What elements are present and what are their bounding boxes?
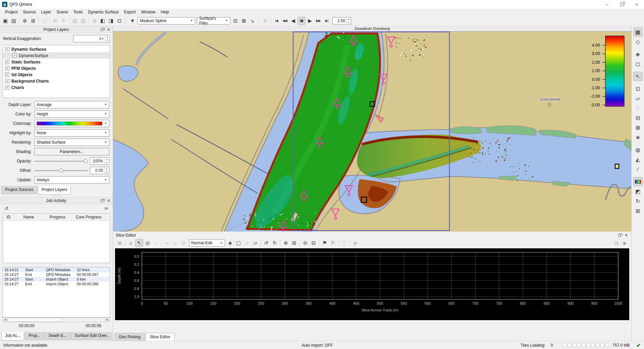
scroll-left-icon[interactable]: ◀ — [3, 318, 8, 322]
add-raw-sonar-files-icon[interactable]: ⊕ — [21, 17, 29, 25]
menu-item-window[interactable]: Window — [139, 9, 158, 15]
opacity-slider[interactable] — [34, 159, 88, 163]
job-table-body[interactable] — [3, 220, 110, 263]
cube-axes-icon[interactable]: ⊞ — [633, 206, 643, 215]
tab-prop[interactable]: Prop... — [25, 332, 44, 340]
ruler-icon[interactable]: ∕ — [633, 165, 643, 174]
menu-item-export[interactable]: Export — [122, 9, 138, 15]
select-cursor-icon[interactable]: ↖ — [135, 239, 143, 247]
menu-item-layer[interactable]: Layer — [39, 9, 53, 15]
close-panel-button[interactable]: ✕ — [106, 198, 112, 203]
refresh-jobs-icon[interactable]: ↺ — [3, 205, 10, 212]
scrollbar-thumb[interactable] — [8, 318, 61, 322]
offset-spinner[interactable]: 0.00▲▼ — [90, 167, 109, 174]
drag-handle[interactable] — [258, 18, 260, 24]
log-entry[interactable]: 15:14:27StartImport Object0 line — [3, 277, 110, 282]
filter-expand-icon[interactable]: ↘ — [248, 17, 256, 25]
fast-forward-button[interactable]: ▶▶ — [314, 17, 322, 25]
layer-checkbox[interactable]: ✓ — [12, 53, 17, 58]
select-cursor-icon[interactable]: ↖ — [633, 72, 643, 81]
flag-forward-icon[interactable]: ⚑ — [321, 239, 329, 247]
edit-mode-select[interactable]: Normal Edit ▼ — [189, 239, 225, 247]
vertical-exaggeration-spinner[interactable]: 1× ▲▼ — [73, 35, 110, 42]
sounding-beam-icon[interactable]: ◍ — [90, 17, 98, 25]
scroll-right-icon[interactable]: ▶ — [105, 318, 110, 322]
filter-rectangle-icon[interactable]: ⊟ — [231, 17, 239, 25]
step-back-button[interactable]: ◀ — [289, 17, 297, 25]
log-splitter[interactable]: •••••• — [0, 264, 113, 266]
processing-settings-icon[interactable]: ⚙ — [51, 17, 59, 25]
home-view-icon[interactable]: ⌂ — [127, 239, 135, 247]
layer-tree-item[interactable]: ✓PFM Objects — [3, 65, 110, 71]
menu-item-project[interactable]: Project — [3, 9, 20, 15]
export-slice-icon[interactable]: ▤ — [612, 239, 620, 247]
log-entry[interactable]: 15:14:27EndQPD Metadata00:00:05.587 — [3, 272, 110, 277]
tab-project-sources[interactable]: Project Sources — [1, 186, 37, 194]
update-select[interactable]: Always▼ — [34, 176, 109, 184]
select-lasso-icon[interactable]: ◌ — [243, 239, 251, 247]
create-project-icon[interactable]: ▣ — [1, 17, 9, 25]
surface-files-select[interactable]: Surface's Files ▼ — [197, 17, 230, 24]
spline-filter-select[interactable]: Medium Spline ▼ — [138, 17, 195, 24]
offset-slider[interactable] — [34, 168, 88, 173]
job-menu-icon[interactable]: ≡▾ — [103, 205, 110, 212]
lock-surface-icon[interactable]: ▨ — [79, 17, 87, 25]
highlight-by-select[interactable]: None▼ — [34, 129, 109, 137]
layer-tree-item[interactable]: ✓Background Charts — [3, 78, 110, 84]
redo-icon[interactable]: ↻ — [271, 239, 279, 247]
save-icon[interactable]: ▣ — [116, 239, 124, 247]
spline-filter-icon[interactable]: ▼ — [128, 17, 137, 25]
pause-button[interactable]: ▮▮ — [298, 17, 306, 25]
point-select-icon[interactable]: ⊡ — [633, 84, 643, 93]
import-files-icon[interactable]: ▢ — [40, 17, 48, 25]
tab-surface-edit-over[interactable]: Surface Edit Over... — [71, 332, 113, 340]
log-entry[interactable]: 15:14:27EndImport Object00:00:00.288 — [3, 282, 110, 286]
eraser-icon[interactable]: ◈ — [226, 239, 234, 247]
drag-handle[interactable] — [125, 18, 127, 24]
layer-tree-item[interactable]: ✓Charts — [3, 84, 110, 91]
colormap-select[interactable]: ▼ — [34, 120, 109, 127]
zoom-icon[interactable]: ◎ — [144, 239, 152, 247]
log-scrollbar[interactable]: ◀ ▶ — [3, 317, 110, 322]
reject-soundings-icon[interactable]: ⊖ — [301, 239, 309, 247]
layer-checkbox[interactable]: ✓ — [5, 60, 9, 64]
colorbar-icon[interactable] — [633, 177, 643, 186]
layer-tree-item[interactable]: ✓Dynamic Surfaces — [3, 46, 110, 52]
zoom-extents-icon[interactable]: ◈ — [633, 50, 643, 59]
tab-job-ac[interactable]: Job Ac... — [1, 332, 24, 341]
accept-soundings-icon[interactable]: ⊕ — [282, 239, 290, 247]
opacity-spinner[interactable]: 100%▲▼ — [90, 157, 109, 165]
tab-slice-editor[interactable]: Slice Editor — [146, 333, 175, 341]
lasso-select-icon[interactable]: ◌ — [633, 104, 643, 113]
flat-view-icon[interactable]: ◇ — [633, 37, 643, 46]
slice-menu-icon[interactable]: ≡ — [621, 239, 629, 247]
layer-tree-item[interactable]: ✓DynamicSurface — [3, 52, 110, 59]
float-panel-button[interactable] — [99, 27, 105, 32]
add-processed-points-icon[interactable]: ⊞ — [29, 17, 37, 25]
menu-item-scene[interactable]: Scene — [54, 9, 70, 15]
play-button[interactable]: ▶ — [306, 17, 314, 25]
rendering-select[interactable]: Shaded Surface▼ — [34, 139, 109, 146]
layer-tree-item[interactable]: ✓Static Surfaces — [3, 59, 110, 65]
plan-view-icon[interactable]: ▦ — [633, 28, 643, 37]
undo-icon[interactable]: ↺ — [262, 239, 270, 247]
layer-checkbox[interactable]: ✓ — [5, 85, 9, 90]
spinner-arrows[interactable]: ▲▼ — [346, 17, 351, 24]
polygon-select-icon[interactable]: ▱ — [633, 94, 643, 103]
float-panel-button[interactable] — [99, 198, 105, 203]
slice-chart[interactable]: 0501001502002503003504004505005506006507… — [115, 248, 629, 320]
tab-project-layers[interactable]: Project Layers — [38, 186, 71, 195]
tab-swath-e[interactable]: Swath E... — [45, 332, 70, 340]
column-header-progress[interactable]: Progress — [43, 214, 72, 220]
select-polygon-icon[interactable]: ▱ — [251, 239, 259, 247]
close-panel-button[interactable]: ✕ — [623, 233, 629, 238]
close-button[interactable]: × — [629, 0, 644, 9]
open-project-icon[interactable]: ▤ — [10, 17, 18, 25]
layer-checkbox[interactable]: ✓ — [5, 66, 9, 70]
commit-surface-icon[interactable]: ▧ — [71, 17, 79, 25]
view-3d-icon[interactable]: ◻ — [633, 59, 643, 68]
go-first-button[interactable]: |◀ — [272, 17, 280, 25]
accept-block-icon[interactable]: ⊞ — [290, 239, 298, 247]
pick-snap-icon[interactable]: ± — [171, 239, 179, 247]
shading-parameters-button[interactable]: Parameters... — [34, 148, 109, 155]
